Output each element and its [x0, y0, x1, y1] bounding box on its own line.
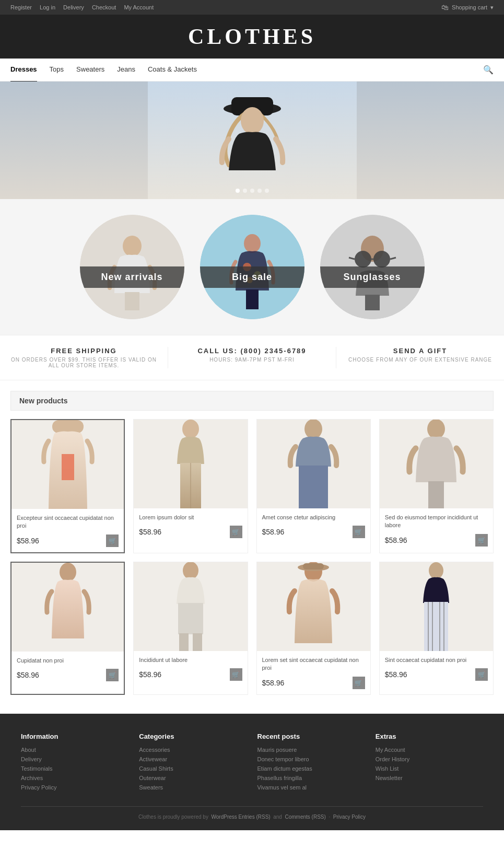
- products-grid-row2: Cupidatat non proi $58.96 🛒 Incididu: [10, 562, 494, 695]
- product-price-row-1: $58.96 🛒: [17, 534, 119, 547]
- footer-recent-posts-title: Recent posts: [257, 733, 365, 740]
- svg-point-3: [241, 107, 264, 134]
- footer-privacy-policy[interactable]: Privacy Policy: [333, 814, 366, 820]
- svg-rect-27: [299, 466, 328, 508]
- site-footer: Information About Delivery Testimonials …: [0, 714, 504, 830]
- send-gift-subtitle: CHOOSE FROM ANY OF OUR EXTENSIVE RANGE: [347, 357, 494, 363]
- footer-and: and: [273, 814, 282, 820]
- footer-post-4[interactable]: Phasellus fringilla: [257, 775, 365, 781]
- category-sunglasses[interactable]: Sunglasses: [320, 215, 425, 319]
- footer-about[interactable]: About: [21, 747, 128, 753]
- footer-recent-posts: Recent posts Mauris posuere Donec tempor…: [257, 733, 365, 794]
- product-card-5[interactable]: Cupidatat non proi $58.96 🛒: [10, 562, 125, 695]
- footer-testimonials[interactable]: Testimonials: [21, 765, 128, 772]
- svg-point-38: [429, 562, 443, 579]
- login-link[interactable]: Log in: [40, 4, 55, 10]
- footer-casual-shirts[interactable]: Casual Shirts: [139, 765, 247, 772]
- product-card-1[interactable]: Excepteur sint occaecat cupidatat non pr…: [10, 419, 125, 553]
- add-to-cart-2[interactable]: 🛒: [230, 526, 242, 538]
- delivery-link[interactable]: Delivery: [63, 4, 84, 10]
- product-name-7: Lorem set sint occaecat cupidatat non pr…: [262, 656, 365, 672]
- footer-newsletter[interactable]: Newsletter: [376, 775, 483, 781]
- register-link[interactable]: Register: [10, 4, 32, 10]
- product-price-row-6: $58.96 🛒: [139, 668, 242, 681]
- nav-dresses[interactable]: Dresses: [10, 58, 37, 82]
- hero-dot-4[interactable]: [257, 189, 262, 193]
- send-gift-title: SEND A GIFT: [347, 347, 494, 355]
- add-to-cart-8[interactable]: 🛒: [475, 668, 488, 681]
- footer-accessories[interactable]: Accessories: [139, 747, 247, 753]
- product-price-5: $58.96: [17, 671, 39, 679]
- product-card-8[interactable]: Sint occaecat cupidatat non proi $58.96 …: [379, 562, 494, 695]
- footer-grid: Information About Delivery Testimonials …: [21, 733, 483, 794]
- footer-post-5[interactable]: Vivamus vel sem al: [257, 784, 365, 791]
- top-bar-links: Register Log in Delivery Checkout My Acc…: [10, 4, 160, 10]
- product-image-8: [380, 562, 493, 651]
- product-price-3: $58.96: [262, 528, 285, 536]
- nav-sweaters[interactable]: Sweaters: [76, 58, 104, 82]
- product-image-4: [380, 420, 493, 508]
- search-icon[interactable]: 🔍: [483, 65, 494, 75]
- footer-post-2[interactable]: Donec tempor libero: [257, 756, 365, 762]
- product-card-3[interactable]: Amet conse ctetur adipiscing $58.96 🛒: [256, 419, 371, 553]
- nav-jeans[interactable]: Jeans: [117, 58, 135, 82]
- footer-outerwear[interactable]: Outerwear: [139, 775, 247, 781]
- svg-point-15: [355, 251, 371, 268]
- hero-dot-3[interactable]: [250, 189, 254, 193]
- nav-tops[interactable]: Tops: [50, 58, 64, 82]
- svg-rect-21: [52, 420, 84, 433]
- svg-rect-33: [179, 633, 189, 651]
- add-to-cart-7[interactable]: 🛒: [353, 677, 365, 689]
- footer-post-3[interactable]: Etiam dictum egestas: [257, 765, 365, 772]
- product-price-row-4: $58.96 🛒: [385, 534, 488, 547]
- product-price-row-5: $58.96 🛒: [17, 669, 119, 681]
- checkout-link[interactable]: Checkout: [92, 4, 116, 10]
- add-to-cart-1[interactable]: 🛒: [106, 534, 119, 547]
- category-big-sale[interactable]: Big sale: [200, 215, 304, 319]
- call-us-subtitle: HOURS: 9AM-7PM PST M-FRI: [179, 357, 325, 363]
- svg-point-26: [304, 420, 322, 439]
- hero-dot-1[interactable]: [236, 189, 240, 193]
- footer-my-account[interactable]: My Account: [376, 747, 483, 753]
- footer-sweaters[interactable]: Sweaters: [139, 784, 247, 791]
- product-card-2[interactable]: Lorem ipsum dolor sit $58.96 🛒: [133, 419, 248, 553]
- info-call-us: CALL US: (800) 2345-6789 HOURS: 9AM-7PM …: [168, 347, 336, 368]
- footer-archives[interactable]: Archives: [21, 775, 128, 781]
- add-to-cart-4[interactable]: 🛒: [475, 534, 488, 547]
- svg-rect-39: [424, 602, 448, 651]
- product-name-5: Cupidatat non proi: [17, 657, 119, 665]
- svg-point-28: [427, 420, 445, 439]
- categories-section: New arrivals Big sale: [0, 199, 504, 335]
- product-card-6[interactable]: Incididunt ut labore $58.96 🛒: [133, 562, 248, 695]
- footer-wish-list[interactable]: Wish List: [376, 765, 483, 772]
- add-to-cart-6[interactable]: 🛒: [230, 668, 242, 681]
- new-arrivals-label: New arrivals: [80, 266, 184, 288]
- add-to-cart-5[interactable]: 🛒: [106, 669, 119, 681]
- main-nav: Dresses Tops Sweaters Jeans Coats & Jack…: [0, 59, 504, 82]
- cart-area[interactable]: 🛍 Shopping cart ▾: [441, 3, 494, 11]
- footer-privacy[interactable]: Privacy Policy: [21, 784, 128, 791]
- product-card-4[interactable]: Sed do eiusmod tempor incididunt ut labo…: [379, 419, 494, 553]
- hero-dot-2[interactable]: [243, 189, 247, 193]
- product-price-row-8: $58.96 🛒: [385, 668, 488, 681]
- footer-wp-entries[interactable]: WordPress Entries (RSS): [212, 814, 271, 820]
- footer-activewear[interactable]: Activewear: [139, 756, 247, 762]
- nav-links: Dresses Tops Sweaters Jeans Coats & Jack…: [10, 58, 483, 82]
- product-price-2: $58.96: [139, 528, 161, 536]
- svg-point-5: [123, 236, 142, 257]
- footer-information-title: Information: [21, 733, 128, 740]
- footer-comments-rss[interactable]: Comments (RSS): [285, 814, 326, 820]
- product-price-6: $58.96: [139, 670, 161, 679]
- hero-slider[interactable]: [0, 82, 504, 199]
- add-to-cart-3[interactable]: 🛒: [353, 526, 365, 538]
- product-card-7[interactable]: Lorem set sint occaecat cupidatat non pr…: [256, 562, 371, 695]
- category-new-arrivals[interactable]: New arrivals: [80, 215, 184, 319]
- hero-dot-5[interactable]: [265, 189, 269, 193]
- nav-coats[interactable]: Coats & Jackets: [148, 58, 197, 82]
- footer-order-history[interactable]: Order History: [376, 756, 483, 762]
- my-account-link[interactable]: My Account: [124, 4, 154, 10]
- products-grid-row1: Excepteur sint occaecat cupidatat non pr…: [10, 419, 494, 553]
- footer-delivery[interactable]: Delivery: [21, 756, 128, 762]
- product-name-4: Sed do eiusmod tempor incididunt ut labo…: [385, 514, 488, 530]
- footer-post-1[interactable]: Mauris posuere: [257, 747, 365, 753]
